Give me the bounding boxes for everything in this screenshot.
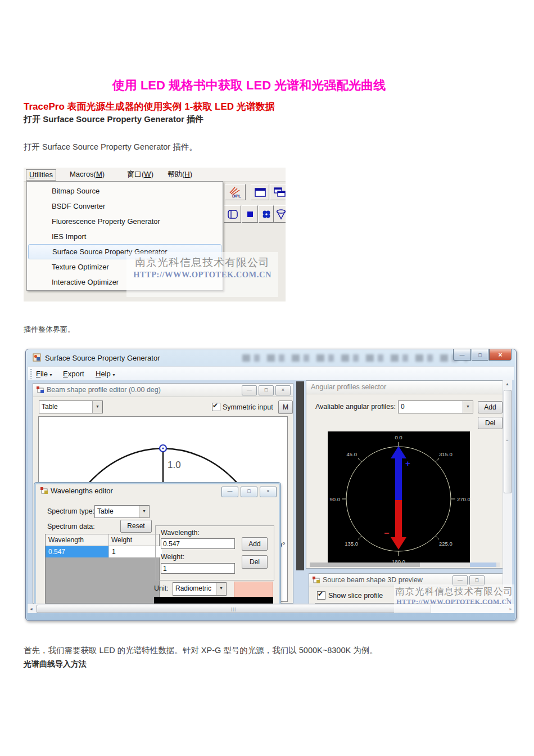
show-slice-checkbox[interactable]: ✔ [317, 591, 325, 600]
menu-item-ies-import[interactable]: IES Import [27, 229, 223, 244]
panel-maximize-button[interactable]: □ [259, 385, 274, 395]
menu-item-bsdf-converter[interactable]: BSDF Converter [27, 199, 223, 214]
watermark: 南京光科信息技术有限公司 HTTP://WWW.OPTOTEK.COM.CN [394, 584, 514, 613]
scroll-left-icon[interactable]: ◄ [29, 607, 33, 611]
toolbar-cylinder-button[interactable] [224, 205, 241, 223]
menu-file[interactable]: File ▾ [36, 369, 52, 379]
spectrum-table[interactable]: Wavelength Weight 0.547 1 [45, 534, 160, 604]
caption-interface: 插件整体界面。 [24, 325, 75, 335]
menu-item-fluorescence-generator[interactable]: Fluorescence Property Generator [27, 214, 223, 229]
dialog-minimize-button[interactable]: — [221, 487, 238, 497]
page-title: 使用 LED 规格书中获取 LED 光谱和光强配光曲线 [0, 77, 498, 94]
menu-help-app[interactable]: Help ▾ [96, 369, 115, 379]
angular-panel-title: Angular profiles selector [311, 383, 386, 391]
beam-panel-header[interactable]: Beam shape profile editor (0.00 deg) — □… [33, 384, 293, 397]
close-button[interactable]: × [489, 349, 512, 361]
heading-import-method: 光谱曲线导入方法 [24, 659, 87, 669]
chevron-down-icon: ▼ [139, 506, 149, 518]
new-window-icon [253, 186, 268, 199]
app-menustrip: File ▾ Export Help ▾ [28, 366, 514, 381]
pane-splitter[interactable] [296, 381, 304, 570]
form-icon [313, 577, 320, 583]
angular-profiles-label: Avaliable angular profiles: [315, 403, 396, 411]
window-title: Surface Source Property Generator [45, 354, 160, 362]
mdi-client-area: Beam shape profile editor (0.00 deg) — □… [28, 380, 514, 613]
svg-text:−: − [384, 528, 389, 538]
toolbar-new-window-button[interactable] [251, 184, 269, 200]
angular-add-button[interactable]: Add [478, 401, 503, 413]
symmetric-input-checkbox[interactable]: ✔ [212, 403, 220, 411]
chevron-down-icon: ▼ [463, 401, 473, 413]
form-icon [40, 487, 48, 494]
checkmark-icon: ✔ [318, 590, 323, 598]
menu-item-bitmap-source[interactable]: Bitmap Source [27, 183, 223, 199]
menu-export[interactable]: Export [63, 369, 84, 379]
maximize-button[interactable]: □ [472, 349, 488, 361]
wavelengths-editor-dialog: Wavelengths editor — □ × Spectrum type: … [34, 483, 280, 607]
spectrum-table-header: Wavelength Weight [46, 534, 159, 546]
col-weight: Weight [108, 534, 159, 546]
chevron-down-icon: ▾ [112, 372, 115, 377]
show-slice-label: Show slice profile [328, 592, 383, 600]
spectrum-preview-strip [154, 597, 273, 604]
cone-icon [275, 208, 286, 221]
vertical-scroll-thumb[interactable]: ≡ [504, 390, 512, 493]
toolbar-fan-button[interactable] [259, 205, 274, 223]
profile-type-combo[interactable]: Table ▼ [39, 400, 103, 413]
toolbar-dpl-button[interactable]: DPL [225, 184, 246, 200]
color-swatch[interactable] [234, 582, 273, 597]
screenshot-utilities-menu: Utilities Macros(M) 窗口(W) 帮助(H) DPL [24, 168, 286, 302]
cell-weight[interactable]: 1 [108, 546, 162, 557]
spectrum-type-combo[interactable]: Table ▼ [94, 505, 150, 518]
dialog-close-button[interactable]: × [260, 487, 277, 497]
maximize-icon: □ [478, 352, 481, 358]
dpl-raytrace-icon: DPL [228, 186, 243, 199]
toolbar-cascade-button[interactable] [270, 184, 286, 200]
svg-text:135.0: 135.0 [345, 541, 358, 547]
chevron-down-icon: ▾ [50, 372, 52, 377]
angular-horizontal-scrollbar[interactable] [310, 562, 500, 567]
form-icon [37, 386, 44, 393]
reset-button[interactable]: Reset [120, 520, 152, 533]
add-button[interactable]: Add [242, 537, 268, 551]
del-button[interactable]: Del [242, 555, 268, 569]
panel-close-button[interactable]: × [275, 385, 291, 395]
minimize-button[interactable]: — [453, 349, 471, 361]
symmetric-input-label: Symmetric input [223, 403, 273, 411]
m-button[interactable]: M [278, 400, 293, 414]
angular-polar-plot[interactable]: 0.0 45.0 90.0 135.0 180.0 225.0 270.0 31… [328, 431, 470, 566]
unit-combo[interactable]: Radiometric ▼ [173, 582, 227, 596]
toolbar-cone-button[interactable] [274, 205, 286, 223]
angular-del-button[interactable]: Del [478, 417, 503, 429]
cell-wavelength-selected[interactable]: 0.547 [46, 546, 111, 557]
spectrum-type-label: Spectrum type: [47, 507, 94, 515]
red-down-arrow [395, 500, 402, 538]
scroll-up-icon[interactable]: ▲ [503, 382, 512, 386]
scrollbar-thumb[interactable] [310, 562, 420, 567]
wavelength-input[interactable] [161, 538, 235, 549]
toolbar-square-button[interactable] [242, 205, 258, 223]
unit-label: Unit: [154, 584, 169, 592]
panel-minimize-button[interactable]: — [242, 385, 257, 395]
menu-window[interactable]: 窗口(W) [127, 169, 153, 179]
sub-heading: 打开 Surface Source Property Generator 插件 [24, 114, 203, 125]
peak-value-label: 1.0 [168, 460, 181, 470]
dialog-titlebar[interactable]: Wavelengths editor — □ × [36, 484, 279, 498]
menu-help[interactable]: 帮助(H) [168, 169, 192, 179]
dialog-maximize-button[interactable]: □ [241, 487, 257, 497]
watermark: 南京光科信息技术有限公司 HTTP://WWW.OPTOTEK.COM.CN [126, 252, 278, 297]
cylinder-icon [226, 208, 239, 221]
col-wavelength: Wavelength [46, 534, 109, 546]
horizontal-scroll-thumb[interactable]: ||| [37, 605, 431, 613]
wavelength-field-label: Wavelength: [161, 529, 200, 537]
weight-input[interactable] [161, 563, 235, 574]
svg-text:90.0: 90.0 [330, 496, 341, 502]
vertical-scrollbar[interactable]: ▲ ≡ ▼ [503, 380, 512, 604]
angular-panel-header[interactable]: Angular profiles selector [306, 381, 503, 394]
angular-profiles-combo[interactable]: 0 ▼ [398, 400, 473, 413]
weight-field-label: Weight: [161, 553, 184, 561]
dialog-title: Wavelengths editor [51, 487, 113, 495]
menu-utilities[interactable]: Utilities [26, 169, 56, 181]
app-icon [33, 353, 42, 362]
menu-macros[interactable]: Macros(M) [70, 169, 105, 179]
